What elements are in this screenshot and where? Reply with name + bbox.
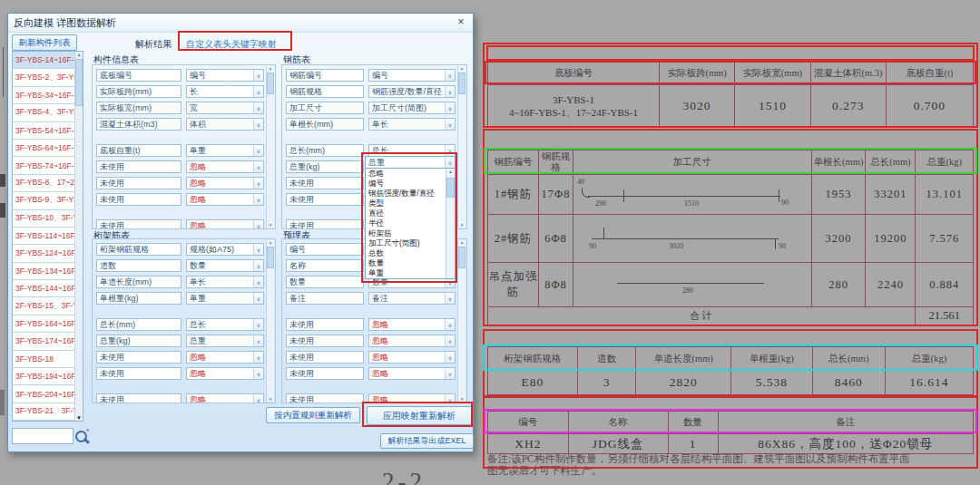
list-item[interactable]: 3F-YBS-9、3F-YB xyxy=(13,192,75,209)
field-label-box[interactable]: 单根重(kg) xyxy=(96,292,181,305)
field-label-box[interactable]: 总重(kg) xyxy=(286,160,364,173)
total-weight-combobox[interactable]: 总重 ∨ xyxy=(365,156,456,169)
field-label-box[interactable]: 未使用 xyxy=(286,367,364,380)
list-item[interactable]: 3F-YBS-114~16F xyxy=(13,228,75,245)
tab-custom-header-mapping[interactable]: 自定义表头关键字映射 xyxy=(186,38,277,51)
field-label-box[interactable]: 加工尺寸 xyxy=(286,102,364,114)
field-label-box[interactable]: 未使用 xyxy=(96,177,181,189)
group-scrollbar[interactable]: ▲▼ xyxy=(266,240,274,402)
mapping-combobox[interactable]: 单长∨ xyxy=(186,276,264,288)
dropdown-option[interactable]: 直径 xyxy=(366,209,446,218)
field-label-box[interactable]: 未使用 xyxy=(96,367,181,380)
list-item[interactable]: 3F-YBS-14~16F-Y xyxy=(13,52,75,69)
mapping-combobox[interactable]: 钢筋强度/数量/直径∨ xyxy=(368,85,456,98)
search-input[interactable] xyxy=(12,428,74,444)
search-icon[interactable]: + xyxy=(74,429,90,445)
dropdown-scrollbar[interactable]: ▲ xyxy=(446,169,455,278)
apply-mapping-reparse-button[interactable]: 应用映射重新解析 xyxy=(367,406,472,425)
field-label-box[interactable]: 备注 xyxy=(286,292,364,305)
field-label-box[interactable]: 总长(mm) xyxy=(96,318,181,331)
mapping-combobox[interactable]: 忽略∨ xyxy=(186,177,264,189)
mapping-combobox[interactable]: 单长∨ xyxy=(368,118,456,131)
list-item[interactable]: 3F-YBS-10、3F-Y xyxy=(13,210,75,228)
field-label-box[interactable]: 钢筋编号 xyxy=(286,69,364,82)
field-label-box[interactable]: 数量 xyxy=(286,276,364,288)
list-item[interactable]: 3F-YBS-4、3F-YB xyxy=(13,104,75,121)
mapping-combobox[interactable]: 总重∨ xyxy=(186,335,264,347)
field-label-box[interactable]: 未使用 xyxy=(286,193,364,206)
field-label-box[interactable]: 底板编号 xyxy=(96,69,181,82)
field-label-box[interactable]: 未使用 xyxy=(286,393,364,403)
tab-parse-result[interactable]: 解析结果 xyxy=(135,38,172,51)
field-label-box[interactable]: 名称 xyxy=(286,259,364,272)
list-item[interactable]: 3F-YBS-21、3F-Y xyxy=(13,403,75,421)
mapping-combobox[interactable]: 加工尺寸(简图)∨ xyxy=(368,102,456,114)
mapping-combobox[interactable]: 数量∨ xyxy=(186,259,264,272)
list-item[interactable]: 3F-YBS-124~16F xyxy=(13,245,75,262)
dropdown-option[interactable]: 钢筋强度/数量/直径 xyxy=(366,189,446,199)
list-item[interactable]: 3F-YBS-18 xyxy=(13,351,75,368)
scroll-up-icon[interactable]: ▲ xyxy=(75,52,83,57)
close-icon[interactable]: × xyxy=(455,15,467,28)
field-label-box[interactable]: 道数 xyxy=(96,259,181,272)
mapping-combobox[interactable]: 忽略∨ xyxy=(368,367,456,380)
dropdown-option[interactable]: 编号 xyxy=(366,179,446,189)
field-label-box[interactable]: 单道长度(mm) xyxy=(96,276,181,288)
list-item[interactable]: 3F-YBS-34~16F-Y xyxy=(13,87,75,104)
scrollbar-thumb[interactable] xyxy=(446,178,455,198)
list-item[interactable]: 3F-YBS-134~16F xyxy=(13,263,75,280)
list-item[interactable]: 3F-YBS-204~16F- xyxy=(13,385,75,403)
field-label-box[interactable]: 未使用 xyxy=(286,335,364,347)
mapping-combobox[interactable]: 宽∨ xyxy=(186,102,264,114)
list-item[interactable]: 3F-YBS-164~16F xyxy=(13,315,75,333)
field-label-box[interactable]: 总长(mm) xyxy=(286,144,364,157)
mapping-combobox[interactable]: 规格(如A75)∨ xyxy=(186,243,264,256)
field-label-box[interactable]: 未使用 xyxy=(96,219,181,229)
mapping-combobox[interactable]: 忽略∨ xyxy=(186,351,264,364)
scrollbar-thumb[interactable] xyxy=(75,59,83,106)
mapping-combobox[interactable]: 忽略∨ xyxy=(368,318,456,331)
field-label-box[interactable]: 未使用 xyxy=(286,351,364,364)
mapping-combobox[interactable]: 忽略∨ xyxy=(368,393,456,403)
list-item[interactable]: 3F-YBS-2、3F-YB xyxy=(13,69,75,86)
mapping-combobox[interactable]: 忽略∨ xyxy=(186,160,264,173)
field-label-box[interactable]: 未使用 xyxy=(286,219,364,229)
mapping-combobox[interactable]: 备注∨ xyxy=(368,292,456,305)
mapping-combobox[interactable]: 单重∨ xyxy=(186,144,264,157)
dropdown-option[interactable]: 半径 xyxy=(366,218,446,228)
scroll-up-icon[interactable]: ▲ xyxy=(446,169,455,174)
field-label-box[interactable]: 桁架钢筋规格 xyxy=(96,243,181,256)
dropdown-option[interactable]: 忽略 xyxy=(366,169,446,179)
dialog-titlebar[interactable]: 反向建模 详图数据解析 × xyxy=(8,14,473,33)
list-item[interactable]: 3F-YBS-8、17~24 xyxy=(13,175,75,192)
dropdown-option[interactable]: 类型 xyxy=(366,199,446,209)
reparse-builtin-button[interactable]: 按内置规则重新解析 xyxy=(266,407,360,423)
list-item[interactable]: 3F-YBS-74~16F-Y xyxy=(13,157,75,174)
mapping-combobox[interactable]: 忽略∨ xyxy=(186,193,264,206)
mapping-combobox[interactable]: 忽略∨ xyxy=(186,219,264,229)
list-scrollbar[interactable]: ▲ ▼ xyxy=(74,52,83,421)
dropdown-option[interactable]: 总数 xyxy=(366,248,446,258)
field-label-box[interactable]: 未使用 xyxy=(96,351,181,364)
refresh-list-button[interactable]: 刷新构件列表 xyxy=(12,34,77,51)
field-label-box[interactable]: 实际板宽(mm) xyxy=(96,102,181,114)
mapping-combobox[interactable]: 长∨ xyxy=(186,85,264,98)
list-item[interactable]: 3F-YBS-64~16F-Y xyxy=(13,140,75,157)
mapping-combobox[interactable]: 编号∨ xyxy=(368,69,456,82)
mapping-combobox[interactable]: 总长∨ xyxy=(368,144,456,157)
mapping-combobox[interactable]: 忽略∨ xyxy=(368,335,456,347)
dropdown-option[interactable]: 单重 xyxy=(366,268,446,278)
field-label-box[interactable]: 总重(kg) xyxy=(96,335,181,347)
mapping-combobox[interactable]: 忽略∨ xyxy=(186,393,264,403)
group-scrollbar[interactable]: ▲▼ xyxy=(457,240,466,402)
dropdown-option[interactable]: 桁架筋 xyxy=(366,228,446,238)
list-item[interactable]: 3F-YBS-194~16F xyxy=(13,368,75,385)
group-scrollbar[interactable]: ▲▼ xyxy=(457,66,466,228)
field-label-box[interactable]: 混凝土体积(m3) xyxy=(96,118,181,131)
dropdown-option[interactable]: 加工尺寸(简图) xyxy=(366,238,446,248)
mapping-combobox[interactable]: 忽略∨ xyxy=(186,367,264,380)
mapping-combobox[interactable]: 单重∨ xyxy=(186,292,264,305)
mapping-combobox[interactable]: 忽略∨ xyxy=(368,351,456,364)
mapping-combobox[interactable]: 体积∨ xyxy=(186,118,264,131)
field-label-box[interactable]: 未使用 xyxy=(286,177,364,189)
